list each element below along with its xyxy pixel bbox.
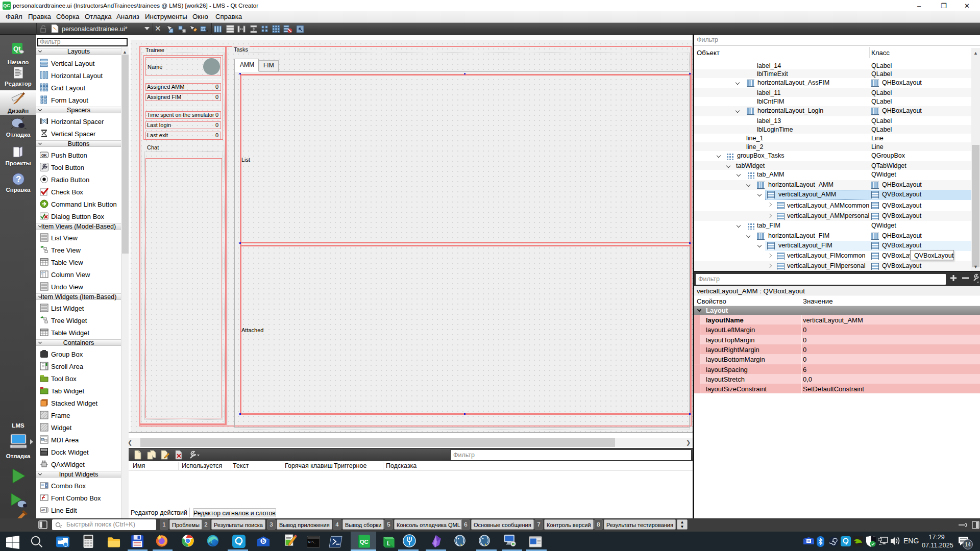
svg-text:AB: AB [41,509,45,512]
svg-text:L: L [387,540,390,546]
svg-text:OK: OK [41,154,47,157]
svg-text:b: b [262,539,265,544]
svg-text:C:\_: C:\_ [308,540,316,544]
svg-text:QC: QC [360,539,369,545]
svg-text:?: ? [16,174,21,184]
svg-text:123: 123 [201,28,207,31]
